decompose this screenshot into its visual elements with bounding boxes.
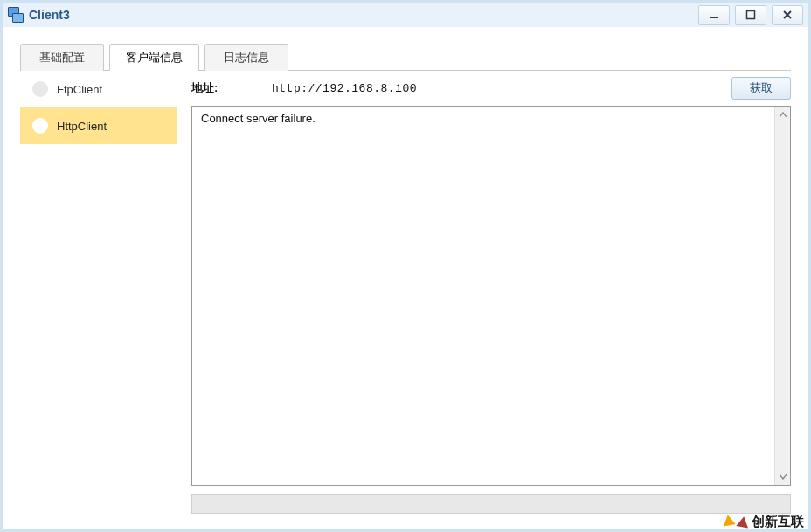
tabstrip-container: 基础配置 客户端信息 日志信息	[3, 27, 808, 71]
close-icon	[782, 10, 793, 20]
sidebar-item-label: HttpClient	[57, 120, 107, 133]
app-window: Client3 基础配置 客户端信息 日志信息	[0, 0, 811, 532]
maximize-icon	[745, 10, 756, 20]
minimize-icon	[709, 10, 719, 20]
status-dot-icon	[32, 81, 48, 97]
body-area: FtpClient HttpClient 地址: http://192.168.…	[3, 71, 808, 529]
app-icon	[8, 7, 24, 23]
main-pane: 地址: http://192.168.8.100 获取 Connect serv…	[177, 71, 791, 514]
tab-client-info[interactable]: 客户端信息	[109, 44, 199, 71]
log-output[interactable]: Connect server failure.	[191, 106, 791, 486]
address-value: http://192.168.8.100	[249, 82, 417, 95]
close-button[interactable]	[772, 5, 803, 25]
tab-label: 客户端信息	[126, 50, 183, 66]
client-list: FtpClient HttpClient	[20, 71, 177, 514]
maximize-button[interactable]	[735, 5, 766, 25]
sidebar-item-httpclient[interactable]: HttpClient	[20, 107, 177, 144]
tabstrip: 基础配置 客户端信息 日志信息	[20, 43, 791, 71]
tab-basic-config[interactable]: 基础配置	[20, 44, 104, 71]
window-title: Client3	[29, 8, 70, 22]
tab-log-info[interactable]: 日志信息	[204, 44, 288, 71]
address-label: 地址:	[191, 80, 239, 96]
fetch-button-label: 获取	[750, 80, 773, 96]
sidebar-item-label: FtpClient	[57, 83, 102, 96]
tab-label: 基础配置	[39, 50, 85, 66]
address-row: 地址: http://192.168.8.100 获取	[191, 71, 791, 106]
log-text: Connect server failure.	[192, 107, 774, 485]
sidebar-item-ftpclient[interactable]: FtpClient	[20, 71, 177, 107]
progress-bar	[191, 494, 791, 514]
scroll-down-icon[interactable]	[775, 469, 790, 485]
tab-label: 日志信息	[224, 50, 269, 66]
vertical-scrollbar[interactable]	[774, 107, 790, 485]
svg-rect-1	[747, 11, 755, 19]
status-dot-icon	[32, 118, 48, 134]
minimize-button[interactable]	[698, 5, 730, 25]
titlebar: Client3	[3, 3, 808, 27]
fetch-button[interactable]: 获取	[731, 77, 791, 100]
scroll-up-icon[interactable]	[775, 107, 790, 122]
window-controls	[693, 5, 803, 25]
